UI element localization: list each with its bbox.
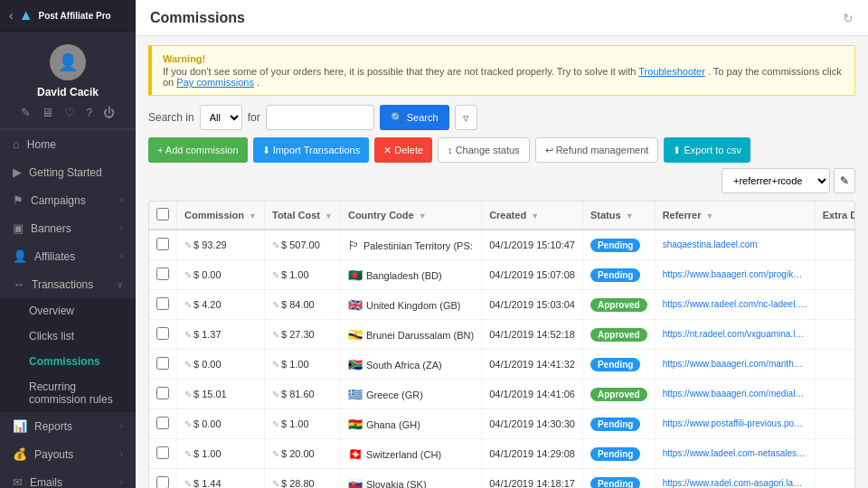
help-icon[interactable]: ? [86,106,92,119]
edit-amount-icon[interactable]: ✎ [184,330,192,340]
search-input[interactable] [266,105,374,130]
edit-amount-icon[interactable]: ✎ [184,449,192,459]
row-checkbox[interactable] [149,439,177,469]
row-select-checkbox[interactable] [156,476,169,488]
row-select-checkbox[interactable] [156,417,169,429]
edit-total-icon[interactable]: ✎ [272,449,279,459]
desktop-icon[interactable]: 🖥 [42,106,53,119]
row-select-checkbox[interactable] [156,357,169,370]
filter-tag-area: +referrer+rcode ✎ [722,168,855,193]
row-select-checkbox[interactable] [156,446,169,459]
table-row: ✎ $ 1.37 ✎ $ 27.30 🇧🇳Brunei Darussalam (… [149,320,855,350]
referrer-link[interactable]: https://nt.radeel.com/vxguamina.ladeel.c… [663,329,807,339]
status-badge: Pending [590,268,640,282]
col-status[interactable]: Status ▼ [582,202,655,230]
sidebar-item-reports[interactable]: 📊 Reports › [0,412,136,440]
row-select-checkbox[interactable] [156,327,169,340]
row-checkbox[interactable] [149,350,177,380]
edit-total-icon[interactable]: ✎ [272,330,279,340]
country-flag: 🇧🇩 [348,268,363,282]
sidebar-item-campaigns[interactable]: ⚑ Campaigns › [0,186,136,214]
change-status-button[interactable]: ↕ Change status [438,137,530,163]
row-extra-data4 [815,260,855,290]
referrer-link[interactable]: shaqaestina.ladeel.com [663,239,758,249]
refresh-icon[interactable]: ↻ [843,11,854,25]
edit-amount-icon[interactable]: ✎ [184,389,192,399]
sidebar-item-overview[interactable]: Overview [0,298,136,324]
sidebar-item-getting-started[interactable]: ▶ Getting Started [0,158,136,186]
row-checkbox[interactable] [149,409,177,439]
row-checkbox[interactable] [149,290,177,320]
sidebar-item-transactions[interactable]: ↔ Transactions ∨ [0,270,136,298]
edit-profile-icon[interactable]: ✎ [21,106,31,119]
edit-amount-icon[interactable]: ✎ [184,270,192,280]
referrer-link[interactable]: https://www.postaffili-previous.postaffi… [663,418,807,428]
referrer-link[interactable]: https://www.radeel.com/nc-ladeel.ladeel.… [663,299,807,309]
back-icon[interactable]: ‹ [9,8,14,23]
row-checkbox[interactable] [149,230,177,260]
row-checkbox[interactable] [149,320,177,350]
referrer-link[interactable]: https://www.ladeel.com-netasales.ladeel.… [663,448,807,458]
sidebar-item-clicks-list[interactable]: Clicks list [0,324,136,349]
edit-total-icon[interactable]: ✎ [272,300,279,310]
referrer-link[interactable]: https://www.baaageri.com/medialer.ladeel… [663,389,807,399]
delete-button[interactable]: ✕ Delete [374,137,432,163]
col-commission[interactable]: Commission ▼ [177,202,265,230]
col-total-cost[interactable]: Total Cost ▼ [265,202,341,230]
edit-amount-icon[interactable]: ✎ [184,360,192,370]
edit-total-icon[interactable]: ✎ [272,479,279,489]
sidebar-item-affiliates[interactable]: 👤 Affiliates › [0,242,136,270]
row-select-checkbox[interactable] [156,387,169,399]
edit-amount-icon[interactable]: ✎ [184,240,192,250]
sidebar-item-payouts[interactable]: 💰 Payouts › [0,440,136,468]
edit-amount-icon[interactable]: ✎ [184,479,192,489]
edit-amount-icon[interactable]: ✎ [184,419,192,429]
add-commission-button[interactable]: + Add commission [148,137,248,163]
filter-button[interactable]: ▿ [455,105,477,130]
refund-management-button[interactable]: ↩ Refund management [535,137,659,163]
troubleshooter-link[interactable]: Troubleshooter [638,66,705,77]
search-button[interactable]: 🔍 Search [380,105,449,130]
row-checkbox[interactable] [149,380,177,409]
import-transactions-button[interactable]: ⬇ Import Transactions [253,137,370,163]
col-country-code[interactable]: Country Code ▼ [340,202,481,230]
col-created[interactable]: Created ▼ [482,202,583,230]
row-created: 04/1/2019 14:52:18 [482,320,583,350]
edit-total-icon[interactable]: ✎ [272,360,279,370]
col-referrer[interactable]: Referrer ▼ [655,202,815,230]
row-created: 04/1/2019 14:18:17 [482,469,583,489]
search-btn-label: Search [407,112,439,123]
row-checkbox[interactable] [149,469,177,489]
filter-tag-select[interactable]: +referrer+rcode [722,168,830,193]
row-created: 04/1/2019 15:03:04 [482,290,583,320]
select-all-checkbox[interactable] [156,208,169,221]
nav-label: Home [27,138,56,151]
row-referrer: https://www.radeel.com/nc-ladeel.ladeel.… [655,290,815,320]
row-select-checkbox[interactable] [156,267,169,280]
edit-total-icon[interactable]: ✎ [272,240,279,250]
logout-icon[interactable]: ⏻ [103,106,115,119]
sidebar-item-recurring[interactable]: Recurring commission rules [0,374,136,412]
sidebar-item-banners[interactable]: ▣ Banners › [0,214,136,242]
edit-total-icon[interactable]: ✎ [272,270,279,280]
row-checkbox[interactable] [149,260,177,290]
heart-icon[interactable]: ♡ [64,106,75,119]
edit-total-icon[interactable]: ✎ [272,419,279,429]
referrer-link[interactable]: https://www.baaageri.com/progikonner.lad… [663,269,807,279]
row-select-checkbox[interactable] [156,297,169,310]
pay-commissions-link[interactable]: Pay commissions [176,77,254,88]
search-select[interactable]: All [200,105,242,130]
table-row: ✎ $ 4.20 ✎ $ 84.00 🇬🇧United Kingdom (GB)… [149,290,855,320]
referrer-link[interactable]: https://www.baaageri.com/manthonelsenwor… [663,359,807,369]
sidebar-item-home[interactable]: ⌂ Home [0,130,136,158]
sidebar-item-commissions[interactable]: Commissions [0,349,136,374]
edit-total-icon[interactable]: ✎ [272,389,279,399]
row-select-checkbox[interactable] [156,238,169,250]
export-csv-button[interactable]: ⬆ Export to csv [664,137,750,163]
sidebar-item-emails[interactable]: ✉ Emails › [0,468,136,488]
referrer-link[interactable]: https://www.radel.com-asagori.ladeel.com [663,478,807,488]
edit-amount-icon[interactable]: ✎ [184,300,192,310]
profile-icons: ✎ 🖥 ♡ ? ⏻ [21,106,115,119]
country-flag: 🇨🇭 [348,447,363,461]
filter-edit-button[interactable]: ✎ [834,168,855,193]
